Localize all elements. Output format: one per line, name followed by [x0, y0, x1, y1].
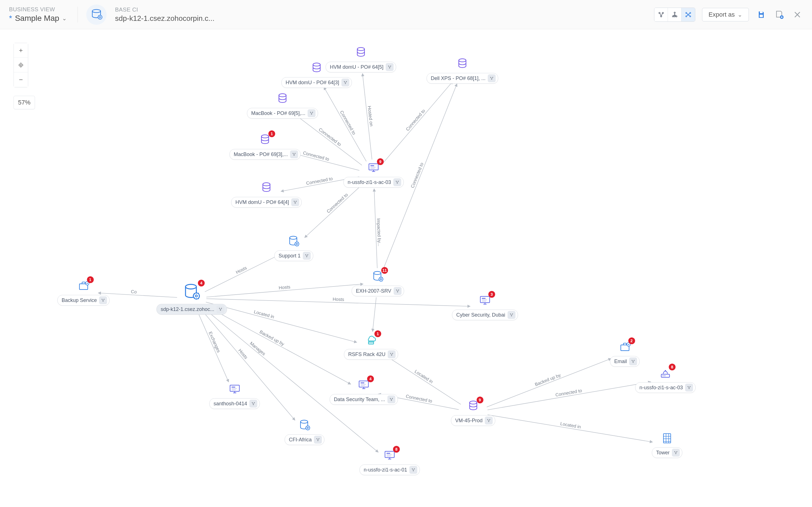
node-label-pill[interactable]: santhosh-0414 [209, 398, 260, 409]
save-button[interactable] [756, 9, 767, 20]
expand-icon[interactable] [393, 178, 401, 186]
node-hvm64_5[interactable]: HVM domU - PO# 64[5] [326, 45, 396, 72]
expand-icon[interactable] [308, 109, 315, 117]
save-as-button[interactable] [774, 9, 785, 20]
node-backup[interactable]: 1Backup Service [57, 279, 109, 305]
node-exh[interactable]: 11EXH-2007-SRV [352, 269, 404, 296]
expand-icon[interactable] [672, 449, 680, 457]
svg-point-31 [290, 236, 297, 239]
edge-label: Backed up by [534, 373, 561, 387]
svg-rect-99 [482, 298, 486, 299]
edge-label: Hosts [333, 297, 344, 302]
node-tower[interactable]: Tower [652, 431, 682, 458]
node-santhosh[interactable]: santhosh-0414 [209, 382, 260, 409]
node-label-pill[interactable]: EXH-2007-SRV [352, 286, 404, 296]
node-datasec[interactable]: 4Data Security Team, ... [329, 378, 398, 405]
edge-label: Hosts [235, 265, 248, 275]
node-label-pill[interactable]: Dell XPS - PO# 68[1], ... [426, 73, 498, 83]
expand-icon[interactable] [485, 416, 493, 425]
node-label-pill[interactable]: Data Security Team, ... [329, 394, 398, 405]
expand-icon[interactable] [303, 252, 311, 260]
expand-icon[interactable] [342, 78, 349, 87]
expand-icon[interactable] [388, 395, 395, 403]
svg-point-71 [389, 68, 390, 68]
node-label-pill[interactable]: Tower [652, 447, 682, 458]
close-button[interactable] [792, 9, 803, 20]
node-label: Support 1 [278, 253, 301, 259]
edge-nac03a-support1 [305, 184, 363, 237]
svg-point-87 [492, 79, 492, 80]
expand-icon[interactable] [216, 305, 224, 313]
edge-label: Exchanges [208, 331, 221, 353]
node-label: CFI-Africa [289, 437, 312, 443]
svg-point-120 [633, 362, 633, 363]
business-view-selector[interactable]: * Sample Map ⌄ [9, 14, 67, 23]
node-label-pill[interactable]: n-ussfo-zi1-s-ac-01 [359, 464, 420, 475]
expand-icon[interactable] [409, 466, 417, 474]
layout-tree-button[interactable] [668, 8, 681, 21]
svg-point-84 [459, 59, 466, 62]
node-label-pill[interactable]: MacBook - PO# 69[3],... [230, 149, 301, 160]
svg-point-93 [397, 291, 398, 292]
graph-canvas[interactable]: CoHostsHostsExchangesManagesHostsLocated… [0, 29, 812, 507]
node-mb69_5[interactable]: MacBook - PO# 69[5],... [247, 92, 318, 119]
svg-point-63 [397, 183, 398, 184]
node-rack[interactable]: 1RSFS Rack 42U [344, 333, 398, 360]
base-ci-block: BASE CI sdp-k12-1.csez.zohocorpin.c... [115, 6, 214, 23]
svg-point-121 [665, 370, 666, 371]
node-label-pill[interactable]: Cyber Security, Dubai [452, 309, 518, 320]
svg-point-76 [261, 135, 269, 138]
node-label-pill[interactable]: VM-45-Prod [451, 415, 495, 426]
svg-rect-122 [661, 374, 669, 378]
node-center[interactable]: 4sdp-k12-1.csez.zohoc... [156, 282, 227, 315]
node-cfi[interactable]: CFI-Africa [285, 418, 324, 445]
chevron-down-icon: ⌄ [62, 15, 67, 22]
node-label-pill[interactable]: Email [610, 356, 640, 367]
node-label-pill[interactable]: CFI-Africa [285, 434, 324, 445]
node-label-pill[interactable]: HVM domU - PO# 64[4] [231, 197, 302, 208]
expand-icon[interactable] [488, 74, 496, 82]
expand-icon[interactable] [291, 198, 299, 206]
edge-label: Connected to [318, 127, 342, 147]
expand-icon[interactable] [386, 63, 394, 71]
node-vm45[interactable]: 9VM-45-Prod [451, 399, 495, 426]
node-hvm64_4[interactable]: HVM domU - PO# 64[4] [231, 180, 302, 208]
layout-radial-button[interactable] [681, 8, 695, 21]
node-label-pill[interactable]: HVM domU - PO# 64[3] [282, 77, 352, 88]
count-badge: 2 [628, 337, 635, 344]
expand-icon[interactable] [629, 357, 637, 365]
svg-point-13 [686, 16, 687, 17]
expand-icon[interactable] [290, 151, 298, 158]
base-ci-name: sdp-k12-1.csez.zohocorpin.c... [115, 14, 214, 23]
node-email[interactable]: 2Email [610, 340, 640, 367]
count-badge: 9 [377, 158, 384, 165]
node-label-pill[interactable]: sdp-k12-1.csez.zohoc... [156, 304, 227, 315]
node-label-pill[interactable]: n-ussfo-zi1-s-ac-03 [343, 177, 404, 187]
expand-icon[interactable] [388, 350, 396, 358]
node-label-pill[interactable]: Support 1 [274, 250, 313, 261]
node-label-pill[interactable]: Backup Service [57, 295, 109, 305]
node-nac03a[interactable]: 9n-ussfo-zi1-s-ac-03 [343, 161, 404, 187]
node-cyber[interactable]: 3Cyber Security, Dubai [452, 293, 518, 320]
node-xps68[interactable]: Dell XPS - PO# 68[1], ... [426, 57, 498, 83]
expand-icon[interactable] [99, 296, 107, 304]
node-nac01[interactable]: 8n-ussfo-zi1-s-ac-01 [359, 448, 420, 475]
node-label-pill[interactable]: n-ussfo-zi1-s-ac-03 [635, 382, 696, 393]
node-label-pill[interactable]: HVM domU - PO# 64[5] [326, 62, 396, 72]
node-nac03b[interactable]: 8n-ussfo-zi1-s-ac-03 [635, 366, 696, 393]
expand-icon[interactable] [314, 436, 322, 444]
node-label-pill[interactable]: RSFS Rack 42U [344, 349, 398, 360]
svg-point-5 [660, 15, 661, 17]
expand-icon[interactable] [507, 311, 515, 319]
expand-icon[interactable] [394, 287, 402, 295]
svg-point-68 [357, 48, 364, 51]
node-label-pill[interactable]: MacBook - PO# 69[5],... [247, 108, 318, 119]
db-icon [275, 92, 290, 106]
monitor-icon: 3 [477, 293, 492, 308]
layout-share-button[interactable] [654, 8, 668, 21]
expand-icon[interactable] [250, 400, 257, 407]
node-support1[interactable]: Support 1 [274, 234, 313, 261]
expand-icon[interactable] [685, 384, 693, 392]
export-as-button[interactable]: Export as ⌄ [702, 8, 749, 21]
node-mb69_3[interactable]: 1MacBook - PO# 69[3],... [230, 133, 301, 160]
